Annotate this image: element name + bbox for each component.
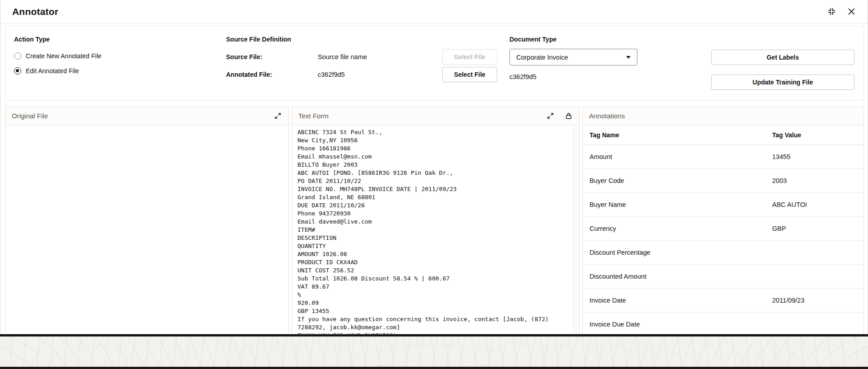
text-form-content[interactable]: ABCINC 7324 St Paul St., New City,NY 109…	[292, 125, 573, 334]
annotated-file-row: Annotated File: c362f9d5 Select File	[226, 66, 497, 83]
get-labels-button[interactable]: Get Labels	[711, 50, 854, 65]
tag-value-cell: ABC AUTOI	[772, 201, 863, 208]
document-type-group: Document Type Corporate Invoice c362f9d5	[509, 36, 637, 80]
annotations-panel-header: Annotations	[583, 107, 863, 125]
radio-create-new-annotated-file[interactable]: Create New Annotated File	[14, 52, 101, 60]
annotated-file-label: Annotated File:	[226, 71, 318, 78]
table-row[interactable]: Buyer NameABC AUTOI	[583, 193, 863, 217]
table-row[interactable]: Discount Percentage	[583, 241, 863, 265]
tag-value-cell: 13455	[772, 153, 863, 160]
annotator-dialog: Annotator Action Type	[0, 0, 868, 334]
text-form-panel: Text Form	[292, 107, 580, 334]
tag-name-cell: Discounted Amount	[590, 273, 772, 280]
form-actions: Get Labels Update Training File	[711, 50, 854, 90]
table-row[interactable]: Buyer Code2003	[583, 169, 863, 193]
tag-name-column-header: Tag Name	[590, 131, 772, 139]
document-type-selected-value: Corporate Invoice	[516, 54, 568, 61]
annotator-screen: Annotator Action Type	[0, 0, 868, 369]
tag-name-cell: Invoice Date	[590, 297, 772, 304]
annotations-table-header: Tag Name Tag Value	[583, 125, 863, 145]
original-file-viewer	[5, 125, 288, 334]
form-card: Action Type Create New Annotated File Ed…	[5, 26, 864, 101]
tag-value-cell: GBP	[772, 225, 863, 232]
annotated-file-value: c362f9d5	[318, 71, 442, 78]
table-row[interactable]: Amount13455	[583, 145, 863, 169]
document-type-file-value: c362f9d5	[509, 73, 637, 80]
original-file-panel: Original File	[5, 107, 289, 334]
original-file-title: Original File	[12, 112, 48, 120]
footer-bar	[0, 367, 868, 369]
document-type-label: Document Type	[509, 36, 637, 43]
tag-name-cell: Invoice Due Date	[590, 321, 772, 328]
action-type-label: Action Type	[14, 36, 101, 43]
action-type-group: Action Type Create New Annotated File Ed…	[14, 36, 101, 75]
annotations-rows: Amount13455Buyer Code2003Buyer NameABC A…	[583, 145, 863, 334]
text-form-scrollbar[interactable]	[573, 126, 579, 334]
restore-window-icon[interactable]	[827, 7, 836, 16]
lock-icon[interactable]	[565, 112, 573, 120]
radio-selected-icon	[14, 67, 21, 75]
select-source-file-button[interactable]: Select File	[442, 49, 497, 65]
original-file-panel-header: Original File	[5, 107, 288, 125]
text-form-panel-header: Text Form	[292, 107, 579, 125]
text-form-title: Text Form	[298, 112, 329, 120]
select-annotated-file-button[interactable]: Select File	[442, 67, 497, 82]
tag-name-cell: Amount	[590, 153, 772, 160]
table-row[interactable]: Invoice Due Date	[583, 313, 863, 334]
dialog-header: Annotator	[0, 0, 868, 23]
panels-row: Original File Text Form	[5, 107, 864, 334]
table-row[interactable]: Invoice Date2011/09/23	[583, 289, 863, 313]
annotations-panel: Annotations Tag Name Tag Value Amount134…	[582, 107, 864, 334]
window-controls	[827, 7, 856, 16]
radio-label: Edit Annotated File	[26, 67, 79, 75]
update-training-file-button[interactable]: Update Training File	[711, 75, 854, 90]
expand-icon[interactable]	[546, 112, 555, 120]
table-row[interactable]: Discounted Amount	[583, 265, 863, 289]
source-file-label: Source File:	[226, 53, 318, 61]
radio-edit-annotated-file[interactable]: Edit Annotated File	[14, 67, 101, 75]
page-title: Annotator	[12, 6, 58, 17]
tag-name-cell: Discount Percentage	[590, 249, 772, 256]
radio-unselected-icon	[14, 52, 21, 60]
source-file-definition-group: Source File Definition Source File: Sour…	[226, 36, 497, 84]
source-file-definition-label: Source File Definition	[226, 36, 497, 43]
tag-value-cell: 2003	[772, 177, 863, 184]
table-row[interactable]: CurrencyGBP	[583, 217, 863, 241]
tag-name-cell: Buyer Code	[590, 177, 772, 184]
source-file-row: Source File: Source file name Select Fil…	[226, 49, 497, 65]
expand-icon[interactable]	[274, 112, 282, 120]
annotations-title: Annotations	[589, 112, 625, 120]
tag-name-cell: Currency	[590, 225, 772, 232]
tag-value-column-header: Tag Value	[772, 131, 863, 139]
annotations-table: Tag Name Tag Value Amount13455Buyer Code…	[583, 125, 863, 334]
source-file-value: Source file name	[318, 53, 442, 61]
radio-label: Create New Annotated File	[26, 52, 101, 60]
document-type-select[interactable]: Corporate Invoice	[509, 49, 637, 65]
close-icon[interactable]	[847, 7, 856, 16]
bottom-dark-bar	[0, 334, 868, 336]
tag-value-cell: 2011/09/23	[772, 297, 863, 304]
chevron-down-icon	[626, 56, 631, 59]
tag-name-cell: Buyer Name	[590, 201, 772, 208]
